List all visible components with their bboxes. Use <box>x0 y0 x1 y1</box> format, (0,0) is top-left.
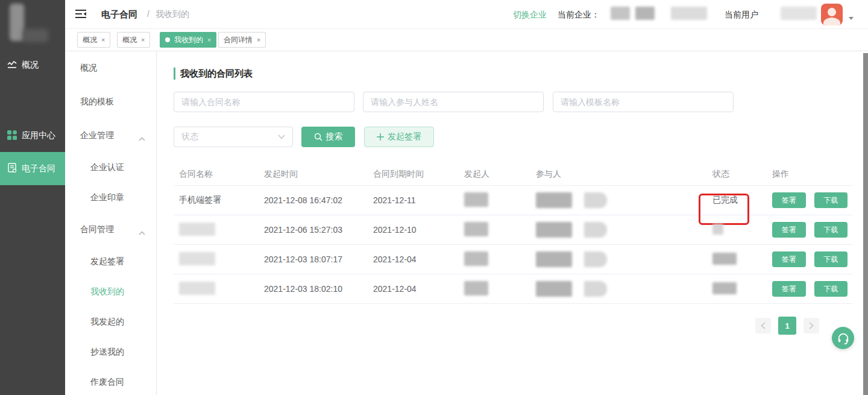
status-select[interactable]: 状态 <box>174 127 293 147</box>
cell-start-time: 2021-12-08 16:47:02 <box>264 195 373 205</box>
table-row: 2021-12-03 18:02:102021-12-04签署下载 <box>174 274 853 304</box>
current-user-label: 当前用户 <box>725 10 758 21</box>
cell-status <box>707 282 772 296</box>
sidebar-item-我收到的[interactable]: 我收到的 <box>65 277 156 307</box>
contract-name-input[interactable] <box>174 92 354 112</box>
initiate-sign-button[interactable]: 发起签署 <box>364 127 434 147</box>
participant-redacted <box>536 281 572 297</box>
sidebar-item-合同管理[interactable]: 合同管理 <box>65 213 156 247</box>
sidebar-item-label: 概况 <box>80 63 97 74</box>
tab-概况[interactable]: 概况× <box>77 32 110 48</box>
tab-概况[interactable]: 概况× <box>117 32 150 48</box>
participant-redacted <box>536 192 572 208</box>
sidebar-item-概况[interactable]: 概况 <box>65 51 156 85</box>
initiator-redacted <box>464 222 488 236</box>
close-tab-icon[interactable]: × <box>207 36 211 43</box>
sidebar-item-发起签署[interactable]: 发起签署 <box>65 247 156 277</box>
status-redacted <box>712 282 737 294</box>
user-menu-caret-icon[interactable] <box>849 17 854 20</box>
cell-expire-time: 2021-12-11 <box>373 195 464 205</box>
cell-expire-time: 2021-12-04 <box>373 284 464 294</box>
sidebar-item-label: 作废合同 <box>90 377 124 388</box>
cell-contract-name: 手机端签署 <box>174 195 264 206</box>
chevron-down-icon <box>278 134 285 139</box>
participant-name-input[interactable] <box>363 92 544 112</box>
column-header-发起时间: 发起时间 <box>264 169 373 180</box>
rail-item-label: 概况 <box>22 60 39 71</box>
cell-initiator <box>464 281 530 297</box>
cell-contract-name <box>174 282 264 297</box>
cell-participants <box>530 192 707 208</box>
rail-item-电子合同[interactable]: 电子合同 <box>0 152 65 185</box>
rail-item-应用中心[interactable]: 应用中心 <box>0 124 65 148</box>
tab-label: 我收到的 <box>174 35 203 45</box>
logo-redacted <box>23 29 48 42</box>
breadcrumb-current: 我收到的 <box>156 9 189 20</box>
initiator-redacted <box>464 192 488 207</box>
search-button[interactable]: 搜索 <box>301 127 355 147</box>
user-name-redacted <box>781 7 817 20</box>
cell-expire-time: 2021-12-10 <box>373 225 464 235</box>
tab-合同详情[interactable]: 合同详情× <box>218 32 266 48</box>
module-sidebar: 概况我的模板企业管理企业认证企业印章合同管理发起签署我收到的我发起的抄送我的作废… <box>65 51 157 395</box>
sign-button[interactable]: 签署 <box>772 251 806 267</box>
participant-redacted <box>536 222 572 238</box>
sign-button[interactable]: 签署 <box>772 222 806 238</box>
sidebar-item-我发起的[interactable]: 我发起的 <box>65 307 156 337</box>
template-name-input[interactable] <box>553 92 734 112</box>
sidebar-item-label: 我发起的 <box>90 317 124 327</box>
app-rail: 概况应用中心电子合同 <box>0 0 65 395</box>
breadcrumb-separator: / <box>147 9 149 19</box>
breadcrumb-root[interactable]: 电子合同 <box>101 9 137 21</box>
sidebar-item-label: 合同管理 <box>80 224 114 235</box>
download-button[interactable]: 下载 <box>814 222 848 238</box>
download-button[interactable]: 下载 <box>814 281 848 297</box>
pagination: 1 <box>755 317 819 335</box>
switch-company-link[interactable]: 切换企业 <box>513 10 547 21</box>
open-tabs-bar: 概况×概况×我收到的×合同详情× <box>65 29 868 51</box>
status-redacted <box>712 224 723 235</box>
sidebar-item-label: 我收到的 <box>90 286 124 297</box>
rail-item-概况[interactable]: 概况 <box>0 53 65 77</box>
column-header-合同名称: 合同名称 <box>174 169 264 180</box>
sidebar-item-作废合同[interactable]: 作废合同 <box>65 367 156 395</box>
sidebar-item-企业印章[interactable]: 企业印章 <box>65 183 156 213</box>
contract-name-redacted <box>179 223 215 236</box>
column-header-参与人: 参与人 <box>530 169 707 180</box>
avatar-person-icon <box>828 8 836 16</box>
tab-label: 概况 <box>122 35 137 45</box>
participant-redacted <box>584 251 607 267</box>
chevron-up-icon <box>139 133 145 143</box>
pagination-page-1[interactable]: 1 <box>778 317 796 335</box>
apps-grid-icon <box>7 130 17 142</box>
sidebar-item-抄送我的[interactable]: 抄送我的 <box>65 337 156 367</box>
cell-initiator <box>464 192 530 209</box>
customer-support-button[interactable] <box>832 327 854 349</box>
sidebar-item-企业管理[interactable]: 企业管理 <box>65 119 156 153</box>
sidebar-item-我的模板[interactable]: 我的模板 <box>65 85 156 119</box>
close-tab-icon[interactable]: × <box>257 36 260 43</box>
headset-icon <box>837 332 850 345</box>
close-tab-icon[interactable]: × <box>141 36 145 43</box>
sign-button[interactable]: 签署 <box>772 281 806 297</box>
company-name-redacted <box>671 7 707 20</box>
sidebar-item-企业认证[interactable]: 企业认证 <box>65 153 156 183</box>
collapse-sidebar-icon[interactable] <box>75 9 86 21</box>
column-header-状态: 状态 <box>707 169 772 180</box>
close-tab-icon[interactable]: × <box>101 36 105 43</box>
pagination-prev-button[interactable] <box>755 318 771 333</box>
cell-participants <box>530 222 707 238</box>
tab-我收到的[interactable]: 我收到的× <box>160 32 216 48</box>
status-redacted <box>712 253 737 265</box>
pagination-next-button[interactable] <box>804 318 819 333</box>
initiator-redacted <box>464 281 488 295</box>
download-button[interactable]: 下载 <box>814 251 848 267</box>
sign-button[interactable]: 签署 <box>772 192 806 208</box>
user-avatar[interactable] <box>821 4 843 25</box>
sidebar-item-label: 发起签署 <box>90 256 124 267</box>
cell-start-time: 2021-12-06 15:27:03 <box>264 225 373 235</box>
vertical-scrollbar[interactable] <box>863 53 868 395</box>
cell-contract-name <box>174 252 264 267</box>
table-row: 2021-12-03 18:07:172021-12-04签署下载 <box>174 245 853 274</box>
download-button[interactable]: 下载 <box>814 192 848 208</box>
